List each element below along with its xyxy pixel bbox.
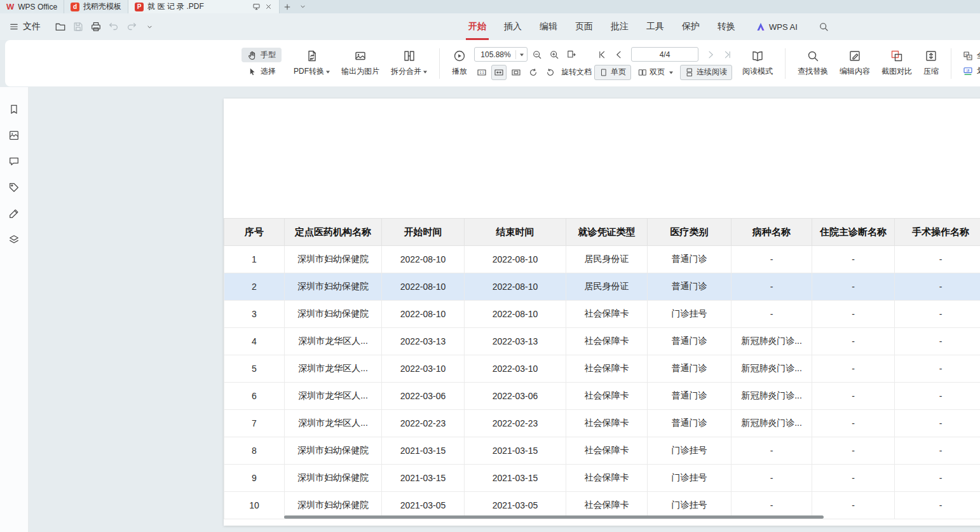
menu-bar: 文件 开始 插入 编辑 页面 批注 工具 保护 转换 WPS AI: [0, 13, 980, 40]
table-row: 9深圳市妇幼保健院2021-03-152021-03-15社会保障卡门诊挂号--…: [224, 465, 980, 492]
double-page-button[interactable]: 双页: [633, 65, 678, 80]
table-cell: 5: [224, 355, 285, 383]
undo-icon: [108, 21, 119, 32]
export-image-button[interactable]: 输出为图片: [336, 48, 385, 78]
split-merge-button[interactable]: 拆分合并: [385, 48, 433, 78]
table-cell: -: [895, 355, 980, 383]
screenshot-compare-button[interactable]: 截图对比: [876, 48, 918, 78]
play-button[interactable]: 播放: [446, 48, 473, 78]
pen-icon: [8, 208, 20, 219]
table-cell: 深圳市龙华区人...: [285, 328, 382, 355]
horizontal-scrollbar-thumb[interactable]: [284, 515, 824, 519]
tab-wps-label: WPS Office: [18, 3, 57, 11]
next-page-button[interactable]: [703, 47, 718, 62]
layers-icon: [8, 234, 20, 245]
tab-list-dropdown[interactable]: [295, 0, 310, 13]
fit-page-button[interactable]: [508, 65, 524, 80]
column-header: 住院主诊断名称: [812, 219, 895, 246]
hand-tool-button[interactable]: 手型: [242, 48, 282, 62]
previous-page-button[interactable]: [611, 47, 627, 62]
column-header: 结束时间: [465, 219, 566, 246]
table-cell: 4: [224, 328, 285, 355]
ribbon-tab-convert[interactable]: 转换: [718, 13, 735, 40]
table-cell: 8: [224, 437, 285, 465]
comments-panel-button[interactable]: [6, 153, 22, 170]
annotation-panel-button[interactable]: [6, 205, 22, 222]
table-cell: 2022-03-13: [382, 328, 465, 355]
fit-width-button[interactable]: [491, 65, 507, 80]
toolbar-divider: [439, 48, 440, 79]
undo-button[interactable]: [105, 18, 122, 35]
tags-panel-button[interactable]: [6, 179, 22, 196]
new-tab-button[interactable]: [280, 0, 295, 13]
screenshot-compare-label: 截图对比: [881, 66, 912, 77]
edit-content-button[interactable]: 编辑内容: [834, 48, 876, 78]
word-translate-button[interactable]: 译 划词翻译: [963, 65, 980, 76]
table-cell: 门诊挂号: [648, 465, 732, 492]
medical-records-table: 序号定点医药机构名称开始时间结束时间就诊凭证类型医疗类别病种名称住院主诊断名称手…: [224, 218, 980, 519]
document-area[interactable]: 序号定点医药机构名称开始时间结束时间就诊凭证类型医疗类别病种名称住院主诊断名称手…: [29, 87, 980, 532]
redo-button[interactable]: [123, 18, 140, 35]
ribbon-tab-edit[interactable]: 编辑: [540, 13, 557, 40]
find-replace-button[interactable]: 查找替换: [792, 48, 834, 78]
continuous-reading-button[interactable]: 连续阅读: [680, 65, 732, 80]
save-button[interactable]: [70, 18, 86, 35]
table-cell: -: [732, 437, 812, 465]
dropdown-caret: [326, 71, 330, 76]
file-menu[interactable]: 文件: [9, 21, 41, 32]
print-button[interactable]: [88, 18, 104, 35]
ribbon-search-button[interactable]: [815, 18, 832, 35]
page-number-box[interactable]: 4/4: [631, 47, 698, 62]
ribbon-tab-tools[interactable]: 工具: [646, 13, 664, 40]
ribbon-tab-comment[interactable]: 批注: [611, 13, 629, 40]
edit-content-label: 编辑内容: [840, 66, 870, 77]
table-cell: 社会保障卡: [566, 355, 648, 383]
table-cell: 新冠肺炎门诊...: [732, 410, 812, 437]
rotate-left-button[interactable]: [526, 65, 541, 80]
full-translate-button[interactable]: 文A 全文翻译: [963, 50, 980, 61]
close-tab-icon[interactable]: [264, 3, 273, 11]
compress-button[interactable]: 压缩: [918, 48, 944, 78]
zoom-level-combobox[interactable]: 105.88%: [474, 47, 527, 62]
toolbar-divider: [951, 48, 951, 79]
table-cell: 新冠肺炎门诊...: [732, 355, 812, 383]
rotate-document-button[interactable]: 旋转文档: [561, 67, 592, 78]
tab-wps-office[interactable]: W WPS Office: [0, 0, 64, 13]
bookmarks-panel-button[interactable]: [6, 101, 22, 118]
rotate-right-icon: [545, 67, 555, 78]
tab-docer-template[interactable]: d 找稻壳模板: [64, 0, 128, 13]
table-cell: 门诊挂号: [648, 301, 732, 328]
hand-icon: [247, 50, 257, 60]
chevron-down-icon: [299, 3, 307, 11]
read-mode-button[interactable]: 阅读模式: [737, 48, 779, 78]
fit-window-button[interactable]: [564, 47, 579, 62]
wps-ai-button[interactable]: WPS AI: [756, 22, 798, 32]
zoom-out-button[interactable]: [529, 47, 545, 62]
quickbar-dropdown[interactable]: [141, 18, 158, 35]
rotate-right-button[interactable]: [543, 65, 558, 80]
thumbnails-panel-button[interactable]: [6, 127, 22, 144]
table-cell: -: [812, 383, 895, 410]
first-page-button[interactable]: [594, 47, 609, 62]
table-cell: 2021-03-15: [465, 465, 566, 492]
single-page-button[interactable]: 单页: [594, 65, 631, 80]
pdf-convert-button[interactable]: PDF转换: [288, 48, 336, 78]
ribbon-tab-protect[interactable]: 保护: [682, 13, 700, 40]
zoom-in-button[interactable]: [547, 47, 562, 62]
open-file-button[interactable]: [52, 18, 69, 35]
actual-size-button[interactable]: 1:1: [474, 65, 489, 80]
word-translate-label: 划词翻译: [977, 65, 980, 76]
table-cell: 普通门诊: [648, 328, 732, 355]
table-cell: 2022-08-10: [382, 301, 465, 328]
ribbon-tab-home[interactable]: 开始: [468, 13, 486, 40]
tab-document[interactable]: P 就 医 记 录 .PDF: [128, 0, 280, 13]
table-cell: 门诊挂号: [648, 437, 732, 465]
layers-panel-button[interactable]: [6, 231, 22, 248]
bookmark-icon: [8, 104, 20, 115]
chevron-down-icon: [146, 23, 154, 31]
ribbon-tab-page[interactable]: 页面: [575, 13, 593, 40]
last-page-button[interactable]: [720, 47, 735, 62]
redo-icon: [126, 21, 137, 32]
select-tool-button[interactable]: 选择: [242, 64, 282, 79]
ribbon-tab-insert[interactable]: 插入: [504, 13, 522, 40]
